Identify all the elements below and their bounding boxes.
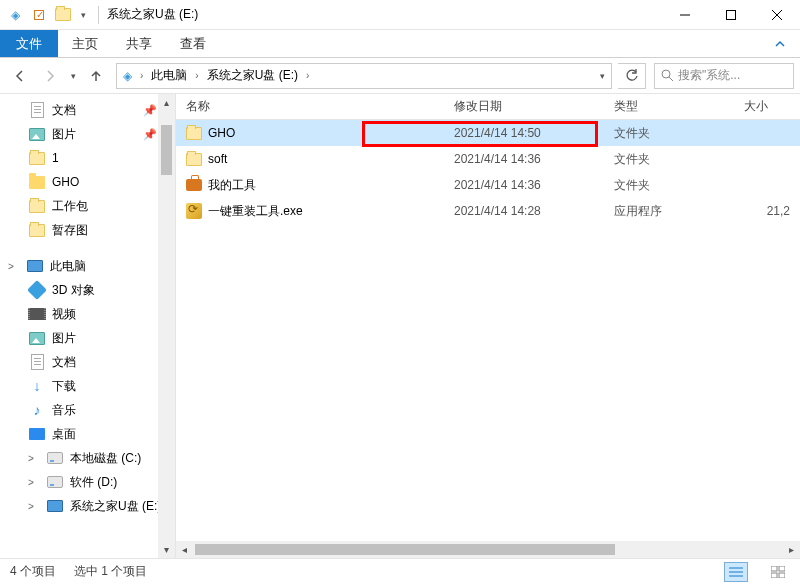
qat-overflow-icon[interactable]: ▾ xyxy=(76,4,90,26)
file-size: 21,2 xyxy=(734,204,800,218)
sidebar-item[interactable]: 1 xyxy=(0,146,175,170)
sidebar-item[interactable]: >本地磁盘 (C:) xyxy=(0,446,175,470)
address-dropdown[interactable]: ▾ xyxy=(595,71,609,81)
sidebar-item[interactable]: ♪音乐 xyxy=(0,398,175,422)
window-title: 系统之家U盘 (E:) xyxy=(103,6,198,23)
up-button[interactable] xyxy=(82,62,110,90)
caret-icon: > xyxy=(8,261,20,272)
minimize-button[interactable] xyxy=(662,0,708,30)
content-area: 名称 修改日期 类型 大小 GHO 2021/4/14 14:50 文件夹 so… xyxy=(176,94,800,558)
column-type[interactable]: 类型 xyxy=(604,94,734,119)
sidebar-item[interactable]: 图片 xyxy=(0,326,175,350)
chevron-right-icon[interactable]: › xyxy=(191,70,202,81)
forward-button[interactable] xyxy=(36,62,64,90)
file-type: 文件夹 xyxy=(604,177,734,194)
breadcrumb-current[interactable]: 系统之家U盘 (E:) xyxy=(203,64,302,88)
file-row[interactable]: GHO 2021/4/14 14:50 文件夹 xyxy=(176,120,800,146)
view-details-button[interactable] xyxy=(724,562,748,582)
sidebar-item-label: 3D 对象 xyxy=(52,282,95,299)
search-input[interactable]: 搜索"系统... xyxy=(654,63,794,89)
sidebar-item-label: 系统之家U盘 (E:) xyxy=(70,498,161,515)
chevron-right-icon[interactable]: › xyxy=(302,70,313,81)
sidebar-item[interactable]: 视频 xyxy=(0,302,175,326)
folder-icon xyxy=(186,153,202,166)
sidebar-item-label: 图片 xyxy=(52,126,76,143)
sidebar-item[interactable]: 工作包 xyxy=(0,194,175,218)
svg-line-5 xyxy=(669,77,673,81)
caret-icon: > xyxy=(28,501,40,512)
ribbon-tab-home[interactable]: 主页 xyxy=(58,30,112,57)
history-dropdown[interactable]: ▾ xyxy=(66,71,80,81)
sidebar-item-label: 工作包 xyxy=(52,198,88,215)
titlebar: ◈ ✓ ▾ 系统之家U盘 (E:) xyxy=(0,0,800,30)
caret-icon: > xyxy=(28,453,40,464)
sidebar-item-label: 桌面 xyxy=(52,426,76,443)
sidebar-item[interactable]: 图片📌 xyxy=(0,122,175,146)
file-date: 2021/4/14 14:28 xyxy=(444,204,604,218)
file-row[interactable]: 一键重装工具.exe 2021/4/14 14:28 应用程序 21,2 xyxy=(176,198,800,224)
sidebar-item[interactable]: >系统之家U盘 (E:) xyxy=(0,494,175,518)
sidebar-item[interactable]: >此电脑 xyxy=(0,254,175,278)
obj3d-icon xyxy=(28,281,46,299)
breadcrumb-root[interactable]: 此电脑 xyxy=(147,64,191,88)
column-date[interactable]: 修改日期 xyxy=(444,94,604,119)
sidebar-item[interactable]: 3D 对象 xyxy=(0,278,175,302)
sidebar-item[interactable]: ↓下载 xyxy=(0,374,175,398)
maximize-button[interactable] xyxy=(708,0,754,30)
sidebar-item[interactable]: 暂存图 xyxy=(0,218,175,242)
sidebar-item-label: 1 xyxy=(52,151,59,165)
doc-icon xyxy=(28,353,46,371)
scroll-up-button[interactable]: ▴ xyxy=(158,94,175,111)
exe-icon xyxy=(186,203,202,219)
pic-icon xyxy=(28,125,46,143)
pin-icon: 📌 xyxy=(143,128,157,141)
ribbon-file-tab[interactable]: 文件 xyxy=(0,30,58,57)
column-size[interactable]: 大小 xyxy=(734,94,800,119)
folder-icon xyxy=(28,149,46,167)
ribbon-expand-button[interactable] xyxy=(760,30,800,57)
breadcrumb-root-icon[interactable]: ◈ xyxy=(119,64,136,88)
refresh-button[interactable] xyxy=(618,63,646,89)
scroll-down-button[interactable]: ▾ xyxy=(158,541,175,558)
doc-icon xyxy=(28,101,46,119)
desktop-icon xyxy=(28,425,46,443)
sidebar-item[interactable]: GHO xyxy=(0,170,175,194)
file-date: 2021/4/14 14:36 xyxy=(444,152,604,166)
sidebar-item[interactable]: >软件 (D:) xyxy=(0,470,175,494)
close-button[interactable] xyxy=(754,0,800,30)
sidebar-item-label: GHO xyxy=(52,175,79,189)
column-name[interactable]: 名称 xyxy=(176,94,444,119)
scroll-thumb[interactable] xyxy=(161,125,172,175)
dl-icon: ↓ xyxy=(28,377,46,395)
file-row[interactable]: soft 2021/4/14 14:36 文件夹 xyxy=(176,146,800,172)
sidebar-item[interactable]: 文档 xyxy=(0,350,175,374)
file-name: GHO xyxy=(208,126,235,140)
folder-icon xyxy=(186,127,202,140)
sidebar-item-label: 下载 xyxy=(52,378,76,395)
file-row[interactable]: 我的工具 2021/4/14 14:36 文件夹 xyxy=(176,172,800,198)
folder-qat-icon[interactable] xyxy=(52,4,74,26)
content-h-scrollbar[interactable]: ◂ ▸ xyxy=(176,541,800,558)
sidebar-item-label: 文档 xyxy=(52,354,76,371)
ribbon-tab-share[interactable]: 共享 xyxy=(112,30,166,57)
view-thumbnails-button[interactable] xyxy=(766,562,790,582)
back-button[interactable] xyxy=(6,62,34,90)
scroll-left-button[interactable]: ◂ xyxy=(176,541,193,558)
file-type: 文件夹 xyxy=(604,151,734,168)
properties-qat-icon[interactable]: ✓ xyxy=(28,4,50,26)
svg-rect-10 xyxy=(779,566,785,571)
ribbon-tab-view[interactable]: 查看 xyxy=(166,30,220,57)
svg-rect-9 xyxy=(771,566,777,571)
scroll-h-thumb[interactable] xyxy=(195,544,615,555)
sidebar-item[interactable]: 桌面 xyxy=(0,422,175,446)
address-bar[interactable]: ◈ › 此电脑 › 系统之家U盘 (E:) › ▾ xyxy=(116,63,612,89)
status-count: 4 个项目 xyxy=(10,563,56,580)
scroll-right-button[interactable]: ▸ xyxy=(783,541,800,558)
sidebar-scrollbar[interactable]: ▴ ▾ xyxy=(158,94,175,558)
music-icon: ♪ xyxy=(28,401,46,419)
drive-icon: ◈ xyxy=(4,4,26,26)
sidebar-item-label: 此电脑 xyxy=(50,258,86,275)
sidebar-item-label: 本地磁盘 (C:) xyxy=(70,450,141,467)
chevron-right-icon[interactable]: › xyxy=(136,70,147,81)
sidebar-item[interactable]: 文档📌 xyxy=(0,98,175,122)
